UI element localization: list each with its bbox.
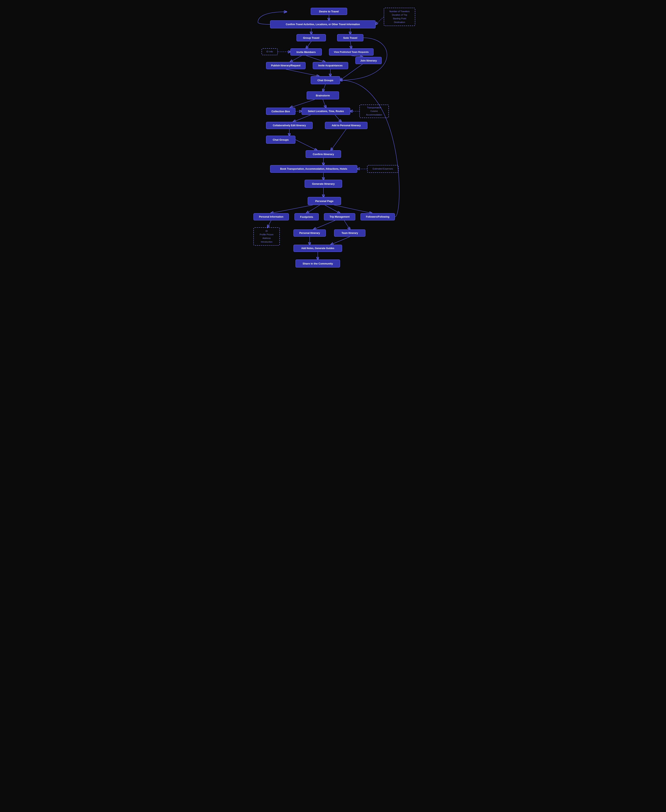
svg-line-14 bbox=[290, 99, 315, 108]
node-book-transport: Book Transportation, Accommodation, Attr… bbox=[270, 165, 358, 173]
svg-line-10 bbox=[286, 69, 319, 76]
svg-line-33 bbox=[344, 221, 350, 229]
node-share-community: Share in the Community bbox=[295, 259, 340, 268]
node-invite-acquaintances: Invite Acquaintances bbox=[313, 62, 348, 69]
node-collab-edit: Collaboratively Edit Itinerary bbox=[266, 122, 313, 129]
node-personal-itinerary: Personal Itinerary bbox=[293, 229, 326, 237]
node-collection-box: Collection Box bbox=[266, 108, 295, 115]
svg-line-32 bbox=[314, 221, 335, 229]
svg-line-8 bbox=[306, 56, 325, 62]
node-team-itinerary: Team Itinerary bbox=[334, 229, 366, 237]
svg-line-21 bbox=[295, 140, 317, 150]
diagram-container: Desire to Travel Confirm Travel Activiti… bbox=[250, 4, 416, 390]
svg-line-7 bbox=[290, 56, 302, 62]
svg-line-35 bbox=[331, 237, 350, 245]
node-join-itinerary: Join Itinerary bbox=[355, 57, 382, 64]
node-confirm-travel: Confirm Travel Activities, Locations, or… bbox=[270, 20, 376, 28]
node-id-profile: ID Profile Picture Address Introduction bbox=[254, 227, 280, 245]
svg-line-29 bbox=[325, 205, 340, 213]
svg-line-19 bbox=[335, 115, 341, 122]
node-estimated-expenses: Estimated Expenses bbox=[367, 165, 399, 173]
svg-line-31 bbox=[268, 221, 271, 227]
node-top-info: Number of Travelers Duration of Trip Sta… bbox=[384, 8, 415, 26]
node-trip-management: Trip Management bbox=[324, 213, 355, 221]
node-desire: Desire to Travel bbox=[311, 8, 347, 15]
node-confirm-itinerary: Confirm Itinerary bbox=[306, 150, 341, 158]
node-personal-info: Personal Information bbox=[254, 213, 289, 221]
node-solo-travel: Solo Travel bbox=[337, 34, 363, 41]
node-chat-groups-1: Chat Groups bbox=[311, 76, 340, 84]
node-select-locations: Select Locations, Time, Routes bbox=[302, 108, 350, 115]
node-personal-page: Personal Page bbox=[308, 197, 341, 205]
node-followers: Followers/Following bbox=[360, 213, 395, 221]
svg-line-18 bbox=[293, 115, 311, 122]
node-transport-cuisine: Transportation Cuisine Accommodation bbox=[359, 105, 389, 118]
svg-line-22 bbox=[331, 129, 346, 150]
node-add-notes: Add Notes, Generate Guides bbox=[293, 245, 342, 252]
node-generate-itinerary: Generate Itinerary bbox=[305, 180, 342, 188]
svg-line-15 bbox=[323, 99, 326, 108]
svg-line-28 bbox=[307, 205, 320, 213]
node-footprints: Footprints bbox=[294, 213, 319, 221]
svg-line-30 bbox=[334, 205, 372, 213]
svg-line-27 bbox=[271, 205, 313, 213]
svg-line-5 bbox=[350, 41, 351, 48]
svg-line-4 bbox=[306, 41, 311, 48]
node-id-info: ID Info bbox=[262, 48, 278, 55]
node-group-travel: Group Travel bbox=[297, 34, 326, 41]
svg-line-1 bbox=[376, 17, 384, 25]
node-add-personal: Add to Personal Itinerary bbox=[325, 122, 368, 129]
svg-line-13 bbox=[323, 84, 325, 91]
node-publish-itinerary: Publish Itinerary/Request bbox=[266, 62, 306, 69]
node-brainstorm: Brainstorm bbox=[307, 91, 339, 99]
node-chat-groups-2: Chat Groups bbox=[266, 136, 295, 144]
node-view-published: View Published Team Requests bbox=[329, 48, 374, 56]
node-invite-members: Invite Members bbox=[290, 48, 322, 56]
